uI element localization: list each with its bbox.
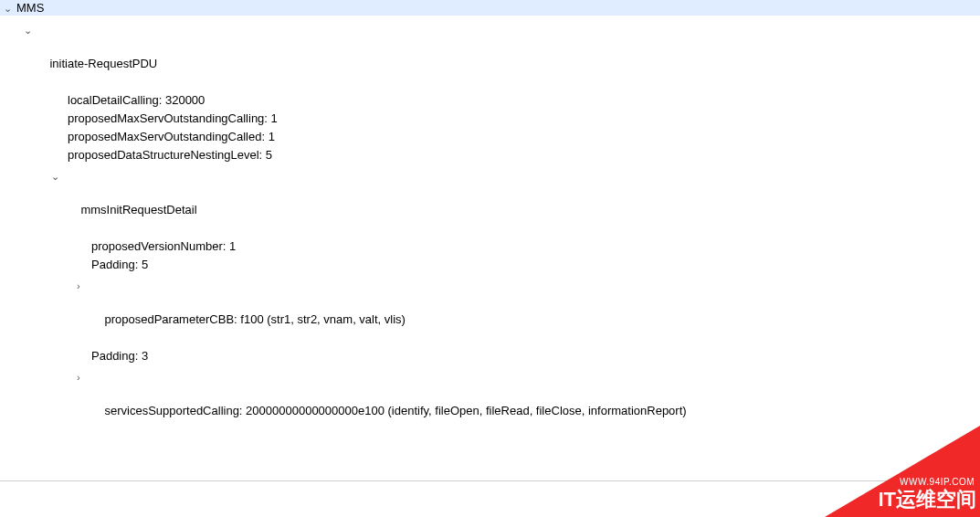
hex-pane[interactable]: 002002 35 0b 01 00 66 c9 754d 40 44 58 6…	[0, 481, 980, 517]
tree-expandable[interactable]: › proposedParameterCBB: f100 (str1, str2…	[0, 274, 980, 347]
chevron-down-icon[interactable]: ⌄	[24, 21, 32, 39]
tree-expandable[interactable]: › servicesSupportedCalling: 200000000000…	[0, 365, 980, 438]
tree-field[interactable]: Padding: 5	[0, 256, 980, 274]
tree-field[interactable]: Padding: 3	[0, 347, 980, 365]
tree-field[interactable]: proposedMaxServOutstandingCalled: 1	[0, 128, 980, 146]
tree-label: proposedParameterCBB: f100 (str1, str2, …	[104, 312, 405, 326]
chevron-down-icon[interactable]: ⌄	[51, 167, 59, 185]
tree-field[interactable]: proposedMaxServOutstandingCalling: 1	[0, 110, 980, 128]
protocol-header[interactable]: ⌄ MMS	[0, 0, 980, 16]
tree-initiate[interactable]: ⌄ initiate-RequestPDU	[0, 18, 980, 91]
tree-label: servicesSupportedCalling: 20000000000000…	[104, 404, 686, 417]
chevron-right-icon[interactable]: ›	[77, 277, 80, 295]
tree-label: initiate-RequestPDU	[49, 57, 157, 70]
tree-field[interactable]: localDetailCalling: 320000	[0, 91, 980, 110]
tree-detail[interactable]: ⌄ mmsInitRequestDetail	[0, 164, 980, 237]
chevron-right-icon[interactable]: ›	[77, 368, 80, 386]
tree-field[interactable]: proposedDataStructureNestingLevel: 5	[0, 146, 980, 164]
packet-tree: ⌄ initiate-RequestPDU localDetailCalling…	[0, 16, 980, 449]
tree-field[interactable]: proposedVersionNumber: 1	[0, 237, 980, 256]
tree-label: mmsInitRequestDetail	[80, 203, 196, 216]
protocol-label: MMS	[16, 1, 44, 15]
chevron-down-icon[interactable]: ⌄	[4, 3, 12, 15]
